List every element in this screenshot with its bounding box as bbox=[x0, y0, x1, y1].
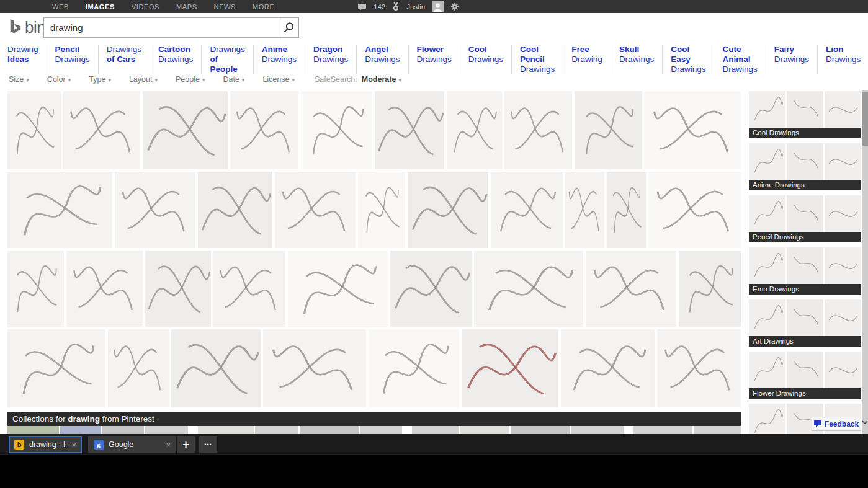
scrollbar-thumb[interactable] bbox=[862, 92, 868, 146]
image-result[interactable] bbox=[375, 91, 444, 169]
collection-strip-thumb[interactable] bbox=[300, 426, 359, 434]
settings-gear-icon[interactable] bbox=[450, 2, 459, 11]
image-result[interactable] bbox=[115, 172, 195, 248]
image-result[interactable] bbox=[607, 172, 646, 248]
collection-strip-thumb[interactable] bbox=[60, 426, 101, 434]
image-result[interactable] bbox=[108, 329, 169, 407]
collection-strip-thumb[interactable] bbox=[511, 426, 570, 434]
image-result[interactable] bbox=[7, 329, 105, 407]
related-search-link[interactable]: Cute Animal Drawings bbox=[714, 45, 766, 74]
page-scrollbar[interactable] bbox=[862, 90, 868, 434]
image-result[interactable] bbox=[143, 91, 227, 169]
image-result[interactable] bbox=[275, 172, 356, 248]
related-search-link[interactable]: Lion Drawings bbox=[818, 45, 868, 74]
search-button[interactable] bbox=[279, 18, 298, 37]
collection-card[interactable]: Art Drawings bbox=[749, 299, 861, 347]
collection-strip-thumb[interactable] bbox=[7, 426, 59, 434]
filter-dropdown[interactable]: Layout▾ bbox=[129, 75, 158, 84]
safesearch-dropdown[interactable]: Moderate▾ bbox=[362, 75, 401, 84]
collection-strip-thumb[interactable] bbox=[694, 426, 741, 434]
image-result[interactable] bbox=[586, 251, 676, 327]
image-result[interactable] bbox=[66, 251, 143, 327]
related-search-link[interactable]: Anime Drawings bbox=[254, 45, 305, 74]
filter-dropdown[interactable]: Size▾ bbox=[9, 75, 29, 84]
collection-strip-thumb[interactable] bbox=[255, 426, 298, 434]
top-nav-item[interactable]: WEB bbox=[52, 3, 69, 11]
filter-dropdown[interactable]: People▾ bbox=[176, 75, 205, 84]
scroll-down-chevron-icon[interactable] bbox=[861, 417, 868, 425]
image-result[interactable] bbox=[7, 251, 64, 327]
image-result[interactable] bbox=[230, 91, 298, 169]
feedback-button[interactable]: Feedback bbox=[812, 417, 861, 431]
related-search-link[interactable]: Flower Drawings bbox=[409, 45, 460, 74]
rewards-medal-icon[interactable] bbox=[392, 2, 400, 11]
image-result[interactable] bbox=[390, 251, 472, 327]
related-search-link[interactable]: Cartoon Drawings bbox=[150, 45, 202, 74]
image-result[interactable] bbox=[561, 329, 655, 407]
filter-dropdown[interactable]: Type▾ bbox=[89, 75, 111, 84]
image-result[interactable] bbox=[7, 172, 112, 248]
image-result[interactable] bbox=[145, 251, 211, 327]
collection-strip-thumb[interactable] bbox=[145, 426, 188, 434]
collection-card[interactable]: Cool Drawings bbox=[749, 91, 861, 138]
related-search-link[interactable]: Cool Drawings bbox=[460, 45, 512, 74]
image-result[interactable] bbox=[462, 329, 558, 407]
image-result[interactable] bbox=[645, 91, 741, 169]
related-search-link[interactable]: Fairy Drawings bbox=[766, 45, 818, 74]
collection-strip-thumb[interactable] bbox=[412, 426, 459, 434]
image-result[interactable] bbox=[565, 172, 604, 248]
top-nav-item[interactable]: IMAGES bbox=[86, 3, 115, 11]
related-search-link[interactable]: Angel Drawings bbox=[357, 45, 408, 74]
image-result[interactable] bbox=[213, 251, 285, 327]
image-result[interactable] bbox=[491, 172, 563, 248]
top-nav-item[interactable]: VIDEOS bbox=[132, 3, 159, 11]
filter-dropdown[interactable]: License▾ bbox=[262, 75, 295, 84]
collection-strip-thumb[interactable] bbox=[460, 426, 509, 434]
browser-tab[interactable]: g Google × bbox=[88, 436, 176, 453]
collection-card[interactable]: Flower Drawings bbox=[749, 352, 861, 399]
filter-dropdown[interactable]: Color▾ bbox=[47, 75, 71, 84]
related-search-link[interactable]: Pencil Drawings bbox=[47, 45, 99, 74]
browser-tab[interactable]: b drawing - Bing... × bbox=[9, 436, 82, 453]
related-search-link[interactable]: Drawings of People bbox=[202, 45, 253, 74]
image-result[interactable] bbox=[171, 329, 261, 407]
image-result[interactable] bbox=[447, 91, 502, 169]
top-nav-item[interactable]: NEWS bbox=[214, 3, 236, 11]
collection-strip-thumb[interactable] bbox=[360, 426, 402, 434]
related-search-link[interactable]: Drawings of Cars bbox=[99, 45, 150, 74]
top-nav-item[interactable]: MORE bbox=[253, 3, 274, 11]
image-result[interactable] bbox=[63, 91, 140, 169]
image-result[interactable] bbox=[369, 329, 459, 407]
related-search-link[interactable]: Cool Easy Drawings bbox=[663, 45, 714, 74]
filter-dropdown[interactable]: Date▾ bbox=[223, 75, 244, 84]
related-search-link[interactable]: Drawing Ideas bbox=[7, 45, 47, 74]
tab-menu-button[interactable]: ••• bbox=[199, 436, 217, 453]
messages-icon[interactable] bbox=[357, 2, 367, 11]
user-name[interactable]: Justin bbox=[406, 3, 425, 11]
image-result[interactable] bbox=[7, 91, 61, 169]
image-result[interactable] bbox=[679, 251, 741, 327]
new-tab-button[interactable]: + bbox=[177, 436, 195, 453]
top-nav-item[interactable]: MAPS bbox=[176, 3, 197, 11]
collection-card[interactable]: Emo Drawings bbox=[749, 247, 861, 295]
avatar[interactable] bbox=[432, 1, 444, 12]
collection-card[interactable]: Anime Drawings bbox=[749, 143, 861, 190]
collection-strip-thumb[interactable] bbox=[633, 426, 692, 434]
related-search-link[interactable]: Dragon Drawings bbox=[305, 45, 357, 74]
tab-close-icon[interactable]: × bbox=[166, 440, 171, 450]
collection-strip-thumb[interactable] bbox=[571, 426, 624, 434]
image-result[interactable] bbox=[198, 172, 272, 248]
image-result[interactable] bbox=[575, 91, 642, 169]
image-result[interactable] bbox=[408, 172, 489, 248]
related-search-link[interactable]: Cool Pencil Drawings bbox=[512, 45, 563, 74]
image-result[interactable] bbox=[648, 172, 741, 248]
image-result[interactable] bbox=[504, 91, 572, 169]
image-result[interactable] bbox=[263, 329, 366, 407]
image-result[interactable] bbox=[474, 251, 583, 327]
image-result[interactable] bbox=[358, 172, 405, 248]
related-search-link[interactable]: Free Drawing bbox=[563, 45, 611, 74]
image-result[interactable] bbox=[657, 329, 741, 407]
collection-strip-thumb[interactable] bbox=[102, 426, 144, 434]
collection-strip-thumb[interactable] bbox=[198, 426, 254, 434]
collection-card[interactable]: Pencil Drawings bbox=[749, 195, 861, 242]
